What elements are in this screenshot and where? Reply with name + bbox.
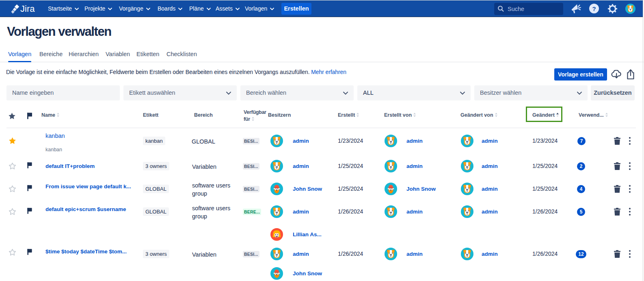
svg-text:?: ? — [592, 5, 596, 12]
